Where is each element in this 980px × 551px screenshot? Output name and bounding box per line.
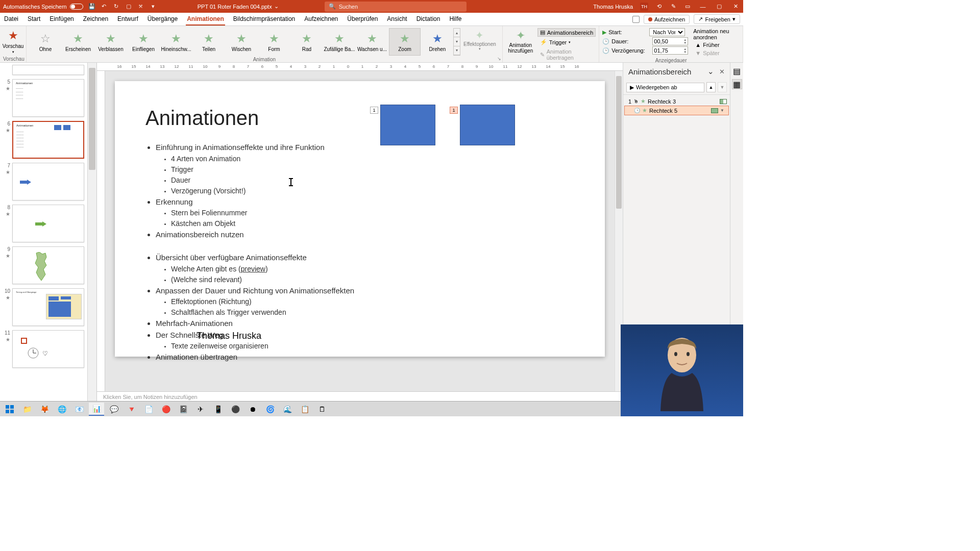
sub-bullet-item[interactable]: Stern bei Foliennummer	[171, 208, 574, 218]
obs-icon[interactable]: ⚫	[228, 403, 243, 416]
anim-list-item[interactable]: 🕒★Rechteck 5▼	[624, 106, 729, 115]
gallery-scroll[interactable]: ▴▾▾	[453, 28, 460, 56]
animation-tag-1[interactable]: 1	[370, 107, 378, 114]
firefox-icon[interactable]: 🦊	[37, 403, 52, 416]
slide-thumbnails[interactable]: 5★Animationen────────────────6★Animation…	[0, 63, 88, 404]
gallery-item-8[interactable]: ★Rad	[291, 28, 323, 56]
outlook-icon[interactable]: 📧	[71, 403, 87, 416]
minimize-icon[interactable]: —	[698, 2, 707, 11]
animation-pane-button[interactable]: ▤ Animationsbereich	[537, 28, 596, 37]
sub-bullet-item[interactable]: Effektoptionen (Richtung)	[171, 296, 574, 307]
bullet-item[interactable]: Übersicht über verfügbare Animationseffe…	[156, 252, 574, 285]
redo-icon[interactable]: ↻	[113, 3, 120, 10]
app4-icon[interactable]: 📱	[210, 403, 226, 416]
share-button[interactable]: ↗ Freigeben ▾	[694, 14, 740, 24]
gallery-item-2[interactable]: ★Verblassen	[95, 28, 127, 56]
slide-thumb-5[interactable]: Animationen────────────────	[12, 79, 84, 117]
save-icon[interactable]: 💾	[88, 3, 95, 10]
gallery-item-5[interactable]: ★Teilen	[193, 28, 225, 56]
user-name[interactable]: Thomas Hruska	[593, 4, 633, 10]
sync-icon[interactable]: ⟲	[655, 3, 663, 10]
bullet-item[interactable]: Einführung in Animationseffekte und ihre…	[156, 142, 574, 196]
move-down-button[interactable]: ▼	[718, 82, 727, 92]
sub-bullet-item[interactable]: Kästchen am Objekt	[171, 218, 574, 229]
vlc-icon[interactable]: 🔻	[124, 403, 139, 416]
gallery-item-7[interactable]: ★Form	[258, 28, 290, 56]
onenote-icon[interactable]: 📓	[176, 403, 191, 416]
tab-zeichnen[interactable]: Zeichnen	[82, 13, 109, 26]
close-icon[interactable]: ✕	[731, 2, 740, 11]
slide-thumb-8[interactable]	[12, 205, 84, 242]
gallery-item-4[interactable]: ★Hineinschw...	[160, 28, 192, 56]
tab-datei[interactable]: Datei	[3, 13, 19, 26]
sub-bullet-item[interactable]: Trigger	[171, 164, 574, 175]
slide-thumb-partial[interactable]	[12, 65, 84, 75]
filename-chevron-icon[interactable]: ⌄	[274, 3, 279, 10]
tab-aufzeichnen[interactable]: Aufzeichnen	[303, 13, 339, 26]
ribbon-mode-icon[interactable]: ▭	[684, 3, 691, 10]
sub-bullet-item[interactable]: Texte zeilenweise organisieren	[171, 341, 574, 352]
sub-bullet-item[interactable]: Schaltflächen als Trigger verwenden	[171, 307, 574, 318]
sub-bullet-item[interactable]: Welche Arten gibt es (preview)	[171, 264, 574, 274]
slide-thumb-7[interactable]	[12, 163, 84, 201]
move-up-button[interactable]: ▲	[706, 82, 716, 92]
app2-icon[interactable]: 📄	[141, 403, 156, 416]
start-button[interactable]	[2, 403, 17, 416]
tab-hilfe[interactable]: Hilfe	[448, 13, 462, 26]
duration-spinner[interactable]: 00,50▲▼	[652, 37, 688, 45]
explorer-icon[interactable]: 📁	[19, 403, 35, 416]
bullet-item[interactable]: Animationen übertragen	[156, 352, 574, 363]
tab-übergänge[interactable]: Übergänge	[146, 13, 179, 26]
add-animation-button[interactable]: ✦ Animation hinzufügen	[506, 28, 535, 62]
app7-icon[interactable]: 📋	[297, 403, 312, 416]
delay-spinner[interactable]: 01,75▲▼	[652, 46, 688, 55]
rail-btn-1[interactable]: ▤	[732, 66, 742, 76]
telegram-icon[interactable]: ✈	[193, 403, 208, 416]
anim-list-item[interactable]: 1🖱★Rechteck 3	[624, 97, 729, 106]
dialog-launcher-icon[interactable]: ↘	[497, 56, 501, 61]
sub-bullet-item[interactable]: Dauer	[171, 175, 574, 186]
tab-einfügen[interactable]: Einfügen	[48, 13, 75, 26]
tab-ansicht[interactable]: Ansicht	[386, 13, 408, 26]
pane-close-icon[interactable]: ✕	[719, 68, 725, 76]
app-icon[interactable]: 💬	[106, 403, 121, 416]
pane-dropdown-icon[interactable]: ⌄	[707, 67, 714, 76]
tab-entwurf[interactable]: Entwurf	[116, 13, 139, 26]
app6-icon[interactable]: 🌀	[262, 403, 278, 416]
bullet-item[interactable]: Anpassen der Dauer und Richtung von Anim…	[156, 285, 574, 318]
comments-icon[interactable]	[632, 16, 640, 23]
tab-überprüfen[interactable]: Überprüfen	[346, 13, 379, 26]
app3-icon[interactable]: 🔴	[158, 403, 174, 416]
move-earlier-button[interactable]: ▲Früher	[693, 41, 740, 48]
preview-button[interactable]: ★ Vorschau ▾	[3, 28, 23, 55]
rail-btn-2[interactable]: ▦	[732, 79, 742, 89]
search-input[interactable]	[339, 4, 462, 10]
item-dropdown-icon[interactable]: ▼	[720, 108, 726, 113]
gallery-item-9[interactable]: ★Zufällige Ba...	[324, 28, 355, 56]
qat-dropdown-icon[interactable]: ▾	[150, 3, 157, 10]
app5-icon[interactable]: ⏺	[245, 403, 260, 416]
record-button[interactable]: Aufzeichnen	[644, 15, 690, 24]
tab-dictation[interactable]: Dictation	[415, 13, 442, 26]
animation-tag-2[interactable]: 1	[450, 107, 458, 114]
gallery-item-11[interactable]: ★Zoom	[389, 28, 421, 56]
rectangle-3[interactable]	[380, 105, 435, 145]
sub-bullet-item[interactable]: (Welche sind relevant)	[171, 274, 574, 285]
thumbs-scrollbar[interactable]	[88, 63, 97, 404]
touch-mode-icon[interactable]: ⤧	[137, 3, 144, 10]
filename[interactable]: PPT 01 Roter Faden 004.pptx ⌄	[198, 3, 279, 10]
toggle-switch[interactable]	[70, 4, 83, 10]
slide-thumb-6[interactable]: Animationen────────────────────────	[12, 121, 84, 159]
play-from-button[interactable]: ▶ Wiedergeben ab	[626, 83, 704, 92]
bullet-item[interactable]: Animationsbereich nutzen	[156, 229, 574, 241]
search-box[interactable]: 🔍	[325, 2, 467, 12]
undo-icon[interactable]: ↶	[101, 3, 108, 10]
autosave-toggle[interactable]: Automatisches Speichern	[3, 4, 83, 10]
edge-icon[interactable]: 🌊	[280, 403, 295, 416]
powerpoint-icon[interactable]: 📊	[89, 403, 104, 416]
slide-canvas[interactable]: Animationen Einführung in Animationseffe…	[105, 71, 615, 391]
slide-content[interactable]: Einführung in Animationseffekte und ihre…	[156, 142, 574, 363]
slide-author[interactable]: Thomas Hruska	[197, 331, 261, 341]
slide-thumb-11[interactable]: ♡	[12, 330, 84, 368]
sub-bullet-item[interactable]: 4 Arten von Animation	[171, 154, 574, 164]
